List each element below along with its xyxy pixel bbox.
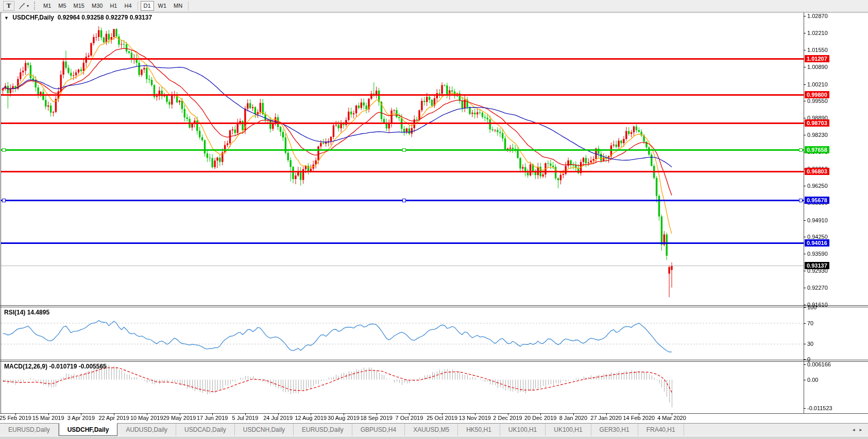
- style-tool-button[interactable]: ▾: [15, 1, 32, 11]
- date-tick-label: 25 Oct 2019: [427, 415, 457, 421]
- chart-tab-xauusd-m5[interactable]: XAUUSD,M5: [405, 424, 458, 436]
- status-strip: [0, 436, 868, 439]
- timeframe-button-M15[interactable]: M15: [71, 1, 88, 11]
- axis-tick-label: 0.96250: [807, 183, 828, 189]
- hline-price-label: 0.98703: [805, 119, 829, 127]
- axis-tick-label: 0.93590: [807, 251, 828, 257]
- chart-tab-audusd-daily[interactable]: AUDUSD,Daily: [117, 424, 176, 436]
- axis-tick-label: 0.006166: [807, 361, 831, 367]
- hline-price-label: 0.99800: [805, 91, 829, 98]
- hline-price-label: 0.96803: [805, 168, 829, 175]
- date-tick-label: 8 Jan 2020: [559, 415, 587, 421]
- date-tick-label: 30 Aug 2019: [328, 415, 360, 421]
- chart-tab-uk100-h1[interactable]: UK100,H1: [546, 424, 591, 436]
- hline-price-label: 0.94016: [805, 239, 829, 247]
- timeframe-button-H4[interactable]: H4: [121, 1, 134, 11]
- toolbar-separator: [188, 2, 189, 10]
- axis-tick-label: 0.99550: [807, 98, 828, 104]
- chart-tab-usdcnh-daily[interactable]: USDCNH,Daily: [235, 424, 294, 436]
- chart-ohlc-values: 0.92964 0.93258 0.92279 0.93137: [58, 14, 152, 21]
- tab-scroll-left-icon[interactable]: ◄: [852, 428, 856, 432]
- date-tick-label: 20 Dec 2019: [524, 415, 556, 421]
- date-tick-label: 15 Mar 2019: [32, 415, 64, 421]
- symbol-dropdown-icon[interactable]: ▼: [4, 15, 9, 21]
- axis-tick-label: 0.92270: [807, 285, 828, 291]
- axis-tick-label: 30: [807, 341, 813, 347]
- date-tick-label: 2 Dec 2019: [493, 415, 522, 421]
- axis-tick-label: 1.02870: [807, 13, 828, 19]
- timeframe-button-MN[interactable]: MN: [171, 1, 185, 11]
- tab-scroll-right-icon[interactable]: ►: [859, 428, 863, 432]
- toolbar-grip: [34, 2, 37, 10]
- date-tick-label: 24 Jul 2019: [263, 415, 293, 421]
- hline-price-label: 0.95678: [805, 197, 829, 204]
- chart-tab-hk50-h1[interactable]: HK50,H1: [458, 424, 500, 436]
- text-tool-button[interactable]: T: [3, 1, 14, 11]
- axis-tick-label: 100: [807, 304, 816, 310]
- axis-tick-label: 0.00: [807, 377, 818, 383]
- timeframe-button-H1[interactable]: H1: [107, 1, 120, 11]
- chart-canvas[interactable]: [0, 0, 868, 439]
- date-tick-label: 18 Sep 2019: [360, 415, 392, 421]
- timeframe-button-M5[interactable]: M5: [55, 1, 69, 11]
- axis-tick-label: 70: [807, 320, 813, 326]
- date-tick-label: 25 Feb 2019: [0, 415, 31, 421]
- chart-tab-bar: EURUSD,DailyUSDCHF,DailyAUDUSD,DailyUSDC…: [0, 423, 868, 436]
- date-tick-label: 3 Apr 2019: [67, 415, 95, 421]
- date-tick-label: 13 Nov 2019: [459, 415, 491, 421]
- current-price-label: 0.93137: [805, 262, 829, 269]
- axis-tick-label: 1.01550: [807, 47, 828, 53]
- chart-tab-fra40-h1[interactable]: FRA40,H1: [638, 424, 684, 436]
- chart-tab-eurusd-daily[interactable]: EURUSD,Daily: [294, 424, 352, 436]
- date-tick-label: 27 Jan 2020: [590, 415, 622, 421]
- date-tick-label: 22 Apr 2019: [98, 415, 129, 421]
- dropdown-caret-icon: ▾: [27, 4, 29, 8]
- macd-indicator-label: MACD(12,26,9) -0.010719 -0.005565: [4, 363, 107, 370]
- chart-title: ▼ USDCHF,Daily 0.92964 0.93258 0.92279 0…: [4, 14, 152, 21]
- timeframe-button-M1[interactable]: M1: [40, 1, 54, 11]
- timeframe-button-M30[interactable]: M30: [89, 1, 106, 11]
- date-tick-label: 5 Jul 2019: [232, 415, 259, 421]
- rsi-indicator-label: RSI(14) 14.4895: [4, 309, 49, 316]
- axis-tick-label: 0.94910: [807, 217, 828, 223]
- toolbar-separator: [138, 2, 138, 10]
- axis-tick-label: -0.011523: [807, 405, 832, 411]
- axis-tick-label: 0.98230: [807, 132, 828, 138]
- timeframe-button-D1[interactable]: D1: [141, 1, 154, 11]
- mt4-window: T ▾ M1M5M15M30H1H4D1W1MN ▼ USDCHF,Daily …: [0, 0, 868, 439]
- date-tick-label: 17 Jun 2019: [197, 415, 228, 421]
- top-toolbar: T ▾ M1M5M15M30H1H4D1W1MN: [0, 0, 868, 12]
- timeframe-button-W1[interactable]: W1: [155, 1, 170, 11]
- chart-tab-usdcad-daily[interactable]: USDCAD,Daily: [176, 424, 235, 436]
- chart-tab-uk100-h1[interactable]: UK100,H1: [500, 424, 546, 436]
- chart-tab-usdchf-daily[interactable]: USDCHF,Daily: [59, 423, 118, 436]
- chart-symbol-label: USDCHF,Daily: [12, 14, 54, 21]
- date-tick-label: 14 Feb 2020: [623, 415, 655, 421]
- date-tick-label: 29 May 2019: [163, 415, 196, 421]
- diagonal-arrows-icon: [19, 3, 25, 9]
- axis-tick-label: 1.00210: [807, 81, 828, 87]
- chart-tab-eurusd-daily[interactable]: EURUSD,Daily: [0, 424, 59, 436]
- date-tick-label: 4 Mar 2020: [657, 415, 686, 421]
- date-tick-label: 12 Aug 2019: [295, 415, 327, 421]
- axis-tick-label: 1.02210: [807, 30, 828, 36]
- hline-price-label: 1.01207: [805, 55, 829, 62]
- axis-tick-label: 1.00890: [807, 64, 828, 70]
- chart-tab-gbpusd-h4[interactable]: GBPUSD,H4: [352, 424, 405, 436]
- date-tick-label: 10 May 2019: [130, 415, 163, 421]
- hline-price-label: 0.97658: [805, 146, 829, 153]
- date-tick-label: 7 Oct 2019: [395, 415, 423, 421]
- chart-tab-ger30-h1[interactable]: GER30,H1: [591, 424, 638, 436]
